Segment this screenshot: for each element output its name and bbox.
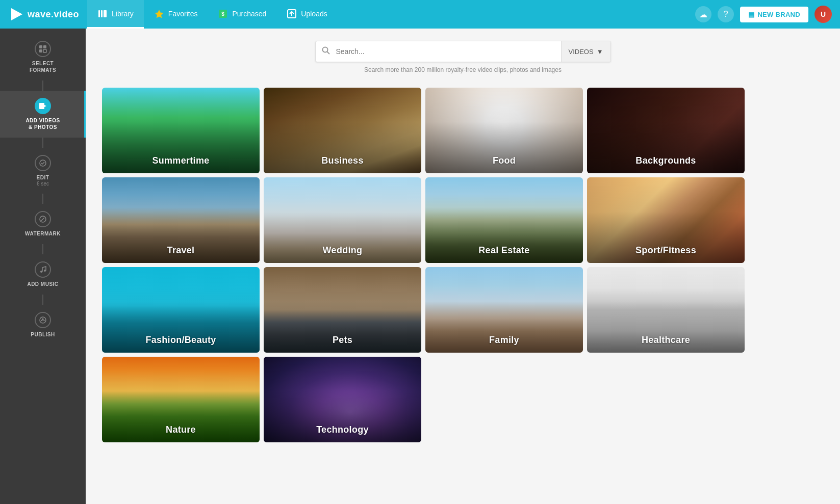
tab-uploads-label: Uploads [301,10,327,18]
card-label-real-estate: Real Estate [425,245,583,256]
header-right: ☁ ? ▤ NEW BRAND U [695,6,832,23]
new-brand-button[interactable]: ▤ NEW BRAND [740,7,808,22]
category-card-family[interactable]: Family [425,267,583,353]
search-type-label: VIDEOS [569,48,594,56]
svg-point-21 [322,47,327,52]
card-label-healthcare: Healthcare [587,335,745,346]
card-label-summertime: Summertime [102,155,260,166]
edit-sublabel: 6 sec [37,181,49,187]
sidebar-item-publish[interactable]: PUBLISH [0,305,86,345]
avatar[interactable]: U [814,6,832,23]
logo-text: wave.video [28,9,79,20]
category-card-backgrounds[interactable]: Backgrounds [587,88,745,173]
svg-rect-10 [39,49,42,52]
tab-library[interactable]: Library [87,0,144,29]
category-card-technology[interactable]: Technology [264,357,421,442]
connector-5 [0,295,86,305]
sidebar: SELECTFORMATS ADD VIDEOS& PHOTOS EDIT [0,29,86,504]
connector-1 [0,81,86,91]
category-card-wedding[interactable]: Wedding [264,177,421,263]
svg-rect-12 [39,103,44,109]
card-label-wedding: Wedding [264,245,421,256]
edit-label: EDIT [37,174,49,181]
category-card-nature[interactable]: Nature [102,357,260,442]
category-card-food[interactable]: Food [425,88,583,173]
help-icon: ? [724,10,728,19]
tab-uploads[interactable]: Uploads [276,0,337,29]
add-videos-icon [35,98,51,114]
card-label-backgrounds: Backgrounds [587,155,745,166]
sidebar-item-add-videos[interactable]: ADD VIDEOS& PHOTOS [0,91,86,138]
favorites-icon [154,9,164,19]
svg-marker-4 [155,10,163,18]
avatar-image: U [814,6,832,23]
svg-marker-0 [11,8,22,20]
logo-icon [8,6,24,22]
category-grid: SummertimeBusinessFoodBackgroundsTravelW… [102,88,745,442]
svg-rect-3 [104,10,107,17]
uploads-icon [287,9,297,19]
card-label-pets: Pets [264,335,421,346]
header: wave.video Library Favorites $ Purchased [0,0,840,29]
svg-line-16 [41,218,44,221]
svg-rect-1 [98,10,100,17]
tab-purchased-label: Purchased [232,10,266,18]
edit-icon [35,155,51,171]
sidebar-item-watermark[interactable]: WATERMARK [0,204,86,244]
card-label-travel: Travel [102,245,260,256]
library-icon [97,9,108,19]
dropdown-icon: ▼ [597,48,603,56]
sidebar-item-add-music[interactable]: ADD MUSIC [0,254,86,295]
search-icon [316,46,336,57]
sidebar-item-edit[interactable]: EDIT 6 sec [0,148,86,194]
watermark-label: WATERMARK [25,230,61,237]
watermark-icon [35,211,51,227]
publish-label: PUBLISH [31,331,55,338]
add-music-icon [35,261,51,278]
tab-library-label: Library [112,10,134,18]
search-container: VIDEOS ▼ Search more than 200 million ro… [102,41,824,73]
card-label-food: Food [425,155,583,166]
logo[interactable]: wave.video [8,6,79,22]
tab-purchased[interactable]: $ Purchased [208,0,276,29]
card-label-business: Business [264,155,421,166]
svg-rect-11 [43,49,46,52]
category-card-pets[interactable]: Pets [264,267,421,353]
search-input[interactable] [336,47,561,56]
connector-2 [0,138,86,148]
brand-icon: ▤ [748,11,754,18]
connector-3 [0,194,86,204]
sidebar-item-select-formats[interactable]: SELECTFORMATS [0,34,86,81]
help-icon-btn[interactable]: ? [718,6,734,22]
svg-rect-2 [101,10,103,17]
card-label-sport-fitness: Sport/Fitness [587,245,745,256]
category-card-summertime[interactable]: Summertime [102,88,260,173]
purchased-icon: $ [218,9,228,19]
cloud-icon: ☁ [699,10,707,19]
search-bar: VIDEOS ▼ [315,41,611,62]
select-formats-icon [35,41,51,57]
cloud-icon-btn[interactable]: ☁ [695,6,711,22]
select-formats-label: SELECTFORMATS [30,60,56,73]
add-videos-label: ADD VIDEOS& PHOTOS [26,117,60,130]
category-card-sport-fitness[interactable]: Sport/Fitness [587,177,745,263]
category-card-fashion-beauty[interactable]: Fashion/Beauty [102,267,260,353]
connector-4 [0,244,86,254]
category-card-healthcare[interactable]: Healthcare [587,267,745,353]
card-label-nature: Nature [102,425,260,435]
svg-rect-8 [39,45,42,48]
tab-favorites[interactable]: Favorites [144,0,208,29]
nav-tabs: Library Favorites $ Purchased Uploads [87,0,338,29]
main-layout: SELECTFORMATS ADD VIDEOS& PHOTOS EDIT [0,29,840,504]
content-area: VIDEOS ▼ Search more than 200 million ro… [86,29,840,504]
svg-rect-9 [43,45,46,48]
search-type-button[interactable]: VIDEOS ▼ [561,41,610,62]
category-card-travel[interactable]: Travel [102,177,260,263]
card-label-fashion-beauty: Fashion/Beauty [102,335,260,346]
svg-point-20 [42,319,44,320]
tab-favorites-label: Favorites [168,10,198,18]
category-card-business[interactable]: Business [264,88,421,173]
add-music-label: ADD MUSIC [27,281,58,287]
category-card-real-estate[interactable]: Real Estate [425,177,583,263]
search-hint: Search more than 200 million royalty-fre… [364,66,562,73]
